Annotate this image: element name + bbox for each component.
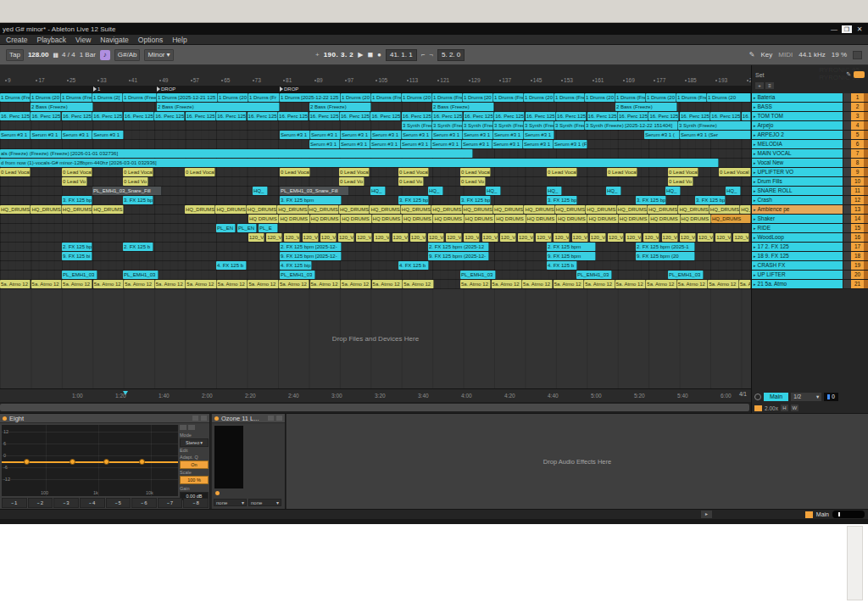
clip[interactable]: 1 Drums (Fre <box>554 93 585 102</box>
midi-map-button[interactable]: MIDI <box>778 51 793 59</box>
clip[interactable]: 16. Perc 125 <box>124 112 154 120</box>
track-row[interactable]: ▸17 2. FX 12517 <box>752 243 868 252</box>
track-name[interactable]: ▸MAIN VOCAL <box>752 149 843 158</box>
clip[interactable]: Serum #3 1 <box>402 131 432 139</box>
clip[interactable]: Serum #3 1 (Fre <box>554 140 587 148</box>
punch-out-icon[interactable]: ¬ <box>429 51 433 59</box>
time-ruler[interactable]: 4/1 1:001:201:402:002:202:403:003:203:40… <box>0 388 751 402</box>
tempo-display[interactable]: 128.00 <box>28 51 48 59</box>
track-row[interactable]: ▸Shaker14 <box>752 215 868 224</box>
clip[interactable]: HQ_DRUMS <box>678 205 709 214</box>
clip[interactable]: 5a. Atmo 12 <box>403 280 433 288</box>
stop-button[interactable]: ◼ <box>367 51 373 59</box>
clip[interactable]: 16. Perc 125 <box>494 112 525 120</box>
clip[interactable]: HQ_DRUMS <box>555 205 586 214</box>
clip[interactable]: HQ_DRUMS <box>215 205 246 214</box>
collapse-arrow-icon[interactable]: ▸ <box>754 121 756 130</box>
clip[interactable]: Serum #3 1 <box>340 140 370 148</box>
collapse-arrow-icon[interactable]: ▸ <box>754 149 756 158</box>
clip[interactable]: 5a. Atmo 12 <box>739 280 751 288</box>
clip[interactable]: 120_V <box>464 233 480 242</box>
eq-band-button[interactable]: ~5 <box>106 498 131 508</box>
track-name[interactable]: ▸Ambience pe <box>752 205 843 214</box>
track-lane[interactable]: 3. FX 125 bp3. FX 125 bp3. FX 125 bpm3. … <box>0 196 751 205</box>
clip[interactable]: 5a. Atmo 12 <box>554 280 584 288</box>
track-name[interactable]: ▸ARPEJO 2 <box>752 131 843 139</box>
clip[interactable]: 5a. Atmo 12 <box>279 280 309 288</box>
clip[interactable]: 0 Lead Vo <box>339 177 364 186</box>
arrangement-drop-zone[interactable]: Drop Files and Devices Here <box>0 289 751 388</box>
clip[interactable]: 3 Synth (Freeze) [2025-12-22 151404] <box>585 121 678 130</box>
collapse-arrow-icon[interactable]: ▸ <box>754 243 756 251</box>
clip[interactable]: 0 Lead Vo <box>123 177 148 186</box>
clip[interactable]: 5a. Atmo 12 <box>186 280 216 288</box>
clip[interactable]: 2. FX 125 bpm <box>547 243 596 251</box>
clip[interactable]: HQ DRUMS <box>403 215 433 223</box>
clip[interactable]: Serum #3 1 <box>92 131 123 139</box>
eq-scale-value[interactable]: 100 % <box>180 476 209 484</box>
track-row[interactable]: ▸RIDE15 <box>752 224 868 233</box>
track-row[interactable]: ▸UP LIFTER20 <box>752 271 868 280</box>
clip[interactable]: 5a. Atmo 12 <box>248 280 278 288</box>
clip[interactable]: 0 Lead Vocal <box>185 168 215 176</box>
clip[interactable]: 2. FX 125 bpm (2025-12 <box>428 243 489 251</box>
track-name[interactable]: ▸18 9. FX 125 <box>752 252 843 260</box>
clip[interactable]: 0 Lead Vocal <box>62 168 92 176</box>
clip[interactable]: 16. Perc 125 <box>680 112 710 120</box>
clip[interactable]: Serum #3 1 <box>370 140 401 148</box>
clip[interactable]: 1 Drums (Fre <box>676 93 707 102</box>
punch-in-icon[interactable]: ⌐ <box>421 51 426 59</box>
clip[interactable]: 0 Lead Vocal <box>607 168 637 176</box>
track-row[interactable]: ▸Crash12 <box>752 196 868 205</box>
clip[interactable]: 3. FX 125 bp <box>460 196 491 204</box>
clip[interactable]: 5a. Atmo 12 <box>310 280 341 288</box>
clip[interactable]: HQ_ <box>606 187 621 195</box>
clip[interactable]: Serum #3 1 <box>371 131 402 139</box>
device-fold-icon[interactable] <box>192 416 198 421</box>
clip[interactable]: 16. Perc 125 <box>432 112 463 120</box>
clip[interactable]: PL_EN <box>237 224 257 232</box>
collapse-arrow-icon[interactable]: ▸ <box>754 224 756 232</box>
clip[interactable]: HQ_DRUMS <box>92 205 123 214</box>
track-lane[interactable]: als (Freeze) (Freeze) (Freeze) [2026-01-… <box>0 149 751 159</box>
clip[interactable]: PL_EMH1_03 <box>576 271 612 279</box>
collapse-arrow-icon[interactable]: ▸ <box>754 168 756 176</box>
clip[interactable]: PL_E <box>259 224 278 232</box>
clip[interactable]: 120_V <box>410 233 426 242</box>
clip[interactable]: 120_V <box>320 233 337 242</box>
zoom-indicator-icon[interactable] <box>754 405 762 411</box>
clip[interactable]: 0 Lead Vocal <box>668 168 698 176</box>
track-lane[interactable]: d from now (1)-vocals-G# minor-128bpm-44… <box>0 159 751 168</box>
clip[interactable]: HQ_DRUMS <box>401 205 431 214</box>
track-name[interactable]: ▸SNARE ROLL <box>752 187 843 195</box>
track-row[interactable]: ▸UPLIFTER VO9 <box>752 168 868 177</box>
clip[interactable]: HQ_DRUMS <box>309 205 339 214</box>
eq-filter-dot[interactable] <box>103 459 109 465</box>
clip[interactable]: Serum #3 1 <box>401 140 431 148</box>
track-name[interactable]: ▸Drum Fills <box>752 177 843 186</box>
clip[interactable]: 120_V <box>338 233 354 242</box>
clip[interactable]: 0 Lead Vo <box>460 177 486 186</box>
clip[interactable]: 120_V <box>392 233 409 242</box>
clip[interactable]: 120_V <box>715 233 732 242</box>
track-row[interactable]: ▸Arpejo4 <box>752 121 868 131</box>
clip[interactable]: 5a. Atmo 12 <box>0 280 31 288</box>
arrangement-position[interactable]: 190. 3. 2 <box>324 51 354 59</box>
clip[interactable]: 16. Perc 125 <box>402 112 432 120</box>
track-name[interactable]: ▸Batería <box>752 93 843 102</box>
clip[interactable]: 1 Drums (Fre <box>493 93 524 102</box>
clip[interactable]: 120_V <box>698 233 714 242</box>
clip[interactable]: 16. Perc 125 <box>370 112 401 120</box>
clip[interactable]: 0 Lead Vo <box>668 177 693 186</box>
clip[interactable]: 120_V <box>374 233 390 242</box>
clip[interactable]: als (Freeze) (Freeze) (Freeze) [2026-01-… <box>0 149 473 158</box>
clip[interactable]: PL_EMH1_03 <box>460 271 496 279</box>
clip[interactable]: 120_V <box>284 233 300 242</box>
clip[interactable]: 9. FX 125 bi <box>62 252 92 260</box>
clip[interactable]: 16. Perc 125 <box>186 112 216 120</box>
clip[interactable]: 120_V <box>643 233 659 242</box>
clip[interactable]: HQ DRUMS <box>465 215 495 223</box>
track-row[interactable]: ▸MAIN VOCAL7 <box>752 149 868 159</box>
track-lane[interactable]: PL_EMH1_03PL_EMH1_03PL_EMH1_03PL_EMH1_03… <box>0 271 751 280</box>
clip[interactable]: HQ_DRUMS <box>493 205 524 214</box>
